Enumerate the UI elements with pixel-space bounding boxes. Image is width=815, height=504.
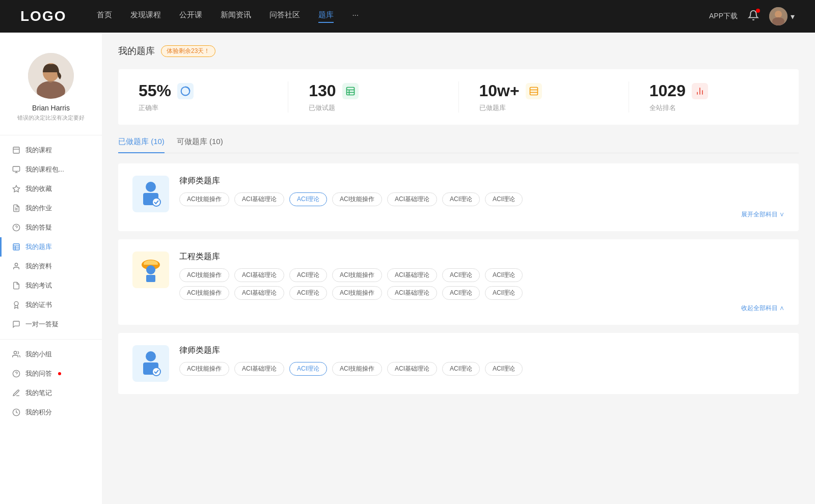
svg-rect-17 [13,244,19,250]
tag[interactable]: ACI理论 [485,268,523,282]
svg-point-48 [152,368,160,376]
tag[interactable]: ACI理论 [485,286,523,300]
navbar-right: APP下载 ▾ [709,7,795,25]
tag[interactable]: ACI技能操作 [179,268,229,282]
tag[interactable]: ACI理论 [442,192,480,206]
tag[interactable]: ACI技能操作 [332,192,382,206]
tag[interactable]: ACI理论 [289,268,327,282]
nav-discover[interactable]: 发现课程 [130,10,161,23]
qbank-tags-engineering-row1: ACI技能操作 ACI基础理论 ACI理论 ACI技能操作 ACI基础理论 AC… [179,268,784,282]
tag[interactable]: ACI理论 [485,362,523,376]
sidebar-item-courses[interactable]: 我的课程 [0,141,102,160]
sidebar-item-group[interactable]: 我的小组 [0,345,102,364]
tag[interactable]: ACI基础理论 [234,268,284,282]
svg-point-23 [14,351,16,354]
sidebar-item-label: 我的收藏 [25,184,52,193]
logo[interactable]: LOGO [20,8,66,24]
sidebar-item-points[interactable]: 我的积分 [0,403,102,422]
sidebar-item-favorites[interactable]: 我的收藏 [0,179,102,199]
sidebar-item-label: 我的小组 [25,350,52,359]
user-avatar-menu[interactable]: ▾ [769,7,795,25]
sidebar-item-label: 我的题库 [25,242,52,251]
tag[interactable]: ACI基础理论 [234,286,284,300]
tag[interactable]: ACI基础理论 [234,362,284,376]
nav-qa[interactable]: 问答社区 [269,10,300,23]
nav-opencourse[interactable]: 公开课 [179,10,202,23]
tab-done-banks[interactable]: 已做题库 (10) [118,137,165,153]
tag[interactable]: ACI基础理论 [234,192,284,206]
qbank-info-law1: 律师类题库 ACI技能操作 ACI基础理论 ACI理论 ACI技能操作 ACI基… [179,176,784,219]
svg-rect-9 [13,166,19,171]
tag-active[interactable]: ACI理论 [289,192,327,206]
tag[interactable]: ACI基础理论 [387,268,437,282]
nav-home[interactable]: 首页 [97,10,112,23]
sidebar-item-label: 我的考试 [25,281,52,290]
sidebar-item-label: 我的答疑 [25,223,52,232]
svg-marker-12 [13,185,19,192]
sidebar-item-course-packages[interactable]: 我的课程包... [0,160,102,179]
tag-active[interactable]: ACI理论 [289,362,327,376]
sidebar-item-profile-info[interactable]: 我的资料 [0,257,102,276]
sidebar-item-label: 我的笔记 [25,388,52,398]
stat-top: 130 [309,81,358,100]
notification-dot [756,9,760,13]
svg-rect-32 [530,87,537,95]
sidebar-item-notes[interactable]: 我的笔记 [0,383,102,403]
svg-point-2 [772,17,784,25]
nav-questionbank[interactable]: 题库 [318,10,334,23]
exam-icon [12,282,20,290]
nav-news[interactable]: 新闻资讯 [221,10,251,23]
engineering-icon-wrap [132,251,169,288]
stat-done-banks: 10w+ 已做题库 [459,81,629,113]
star-icon [12,185,20,193]
tag[interactable]: ACI理论 [442,286,480,300]
notes-icon [12,389,20,397]
done-banks-value: 10w+ [479,81,520,100]
sidebar-item-my-qa[interactable]: 我的问答 [0,364,102,383]
svg-rect-28 [346,87,354,95]
tag[interactable]: ACI技能操作 [332,362,382,376]
sidebar-item-label: 我的课程包... [25,165,64,174]
group-icon [12,350,20,358]
collapse-link-engineering[interactable]: 收起全部科目 ∧ [179,304,784,313]
tag[interactable]: ACI技能操作 [179,286,229,300]
tag[interactable]: ACI理论 [442,268,480,282]
nav-more[interactable]: ··· [352,10,359,23]
sidebar-profile: Brian Harris 错误的决定比没有决定要好 [0,43,102,130]
tag[interactable]: ACI基础理论 [387,192,437,206]
expand-link-law1[interactable]: 展开全部科目 ∨ [179,210,784,219]
sidebar-item-exam[interactable]: 我的考试 [0,276,102,295]
homework-icon [12,204,20,212]
stat-top: 55% [139,81,194,100]
tag[interactable]: ACI基础理论 [387,286,437,300]
profile-name: Brian Harris [32,104,70,112]
notification-bell[interactable] [748,10,759,23]
tag[interactable]: ACI技能操作 [332,268,382,282]
sidebar-item-certificate[interactable]: 我的证书 [0,295,102,315]
sidebar-item-one-on-one[interactable]: 一对一答疑 [0,315,102,334]
sidebar-item-homework[interactable]: 我的作业 [0,199,102,218]
qbank-info-engineering: 工程类题库 ACI技能操作 ACI基础理论 ACI理论 ACI技能操作 ACI基… [179,251,784,313]
tag[interactable]: ACI技能操作 [332,286,382,300]
svg-point-21 [15,263,17,266]
tag[interactable]: ACI基础理论 [387,362,437,376]
svg-point-46 [146,351,156,361]
sidebar-item-question-bank[interactable]: 我的题库 [0,237,102,257]
tag[interactable]: ACI理论 [485,192,523,206]
sidebar-item-qa[interactable]: 我的答疑 [0,218,102,237]
svg-point-1 [775,11,782,18]
tag[interactable]: ACI技能操作 [179,362,229,376]
tag[interactable]: ACI理论 [289,286,327,300]
tag[interactable]: ACI技能操作 [179,192,229,206]
accuracy-value: 55% [139,81,171,100]
chat-icon [12,320,20,328]
app-download-button[interactable]: APP下载 [709,12,738,21]
tag[interactable]: ACI理论 [442,362,480,376]
qbank-card-inner: 律师类题库 ACI技能操作 ACI基础理论 ACI理论 ACI技能操作 ACI基… [132,345,784,382]
qa-icon [12,223,20,232]
svg-point-40 [152,198,160,206]
svg-point-22 [14,301,18,305]
tab-available-banks[interactable]: 可做题库 (10) [177,137,223,153]
points-icon [12,408,20,416]
done-banks-icon [526,83,542,99]
